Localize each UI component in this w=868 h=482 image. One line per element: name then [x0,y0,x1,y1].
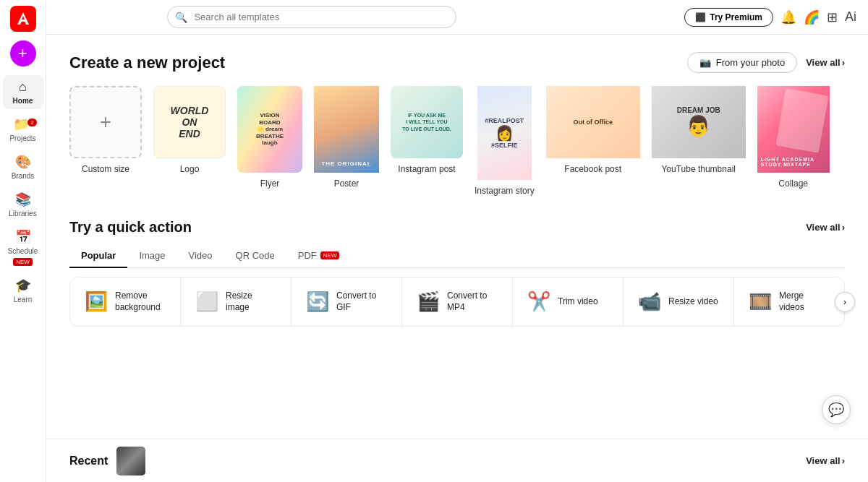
quick-action-view-all-link[interactable]: View all › [806,222,845,233]
logo-inner: WORLDONEND [171,105,209,139]
convert-mp4-label: Convert to MP4 [447,291,498,313]
quick-actions-row: 🖼️ Remove background ⬜ Resize image 🔄 Co… [69,277,845,327]
premium-icon: ⬛ [695,12,706,22]
quick-action-section: Try a quick action View all › Popular Im… [69,219,845,327]
quick-actions-next-button[interactable]: › [835,292,855,312]
sidebar-item-libraries[interactable]: 📚 Libraries [3,187,43,222]
instagram-story-thumb: #REALPOST👩#SELFIE [477,86,532,180]
quick-action-resize-image[interactable]: ⬜ Resize image [181,277,292,326]
nav-right: ⬛ Try Premium 🔔 🌈 ⊞ Ai [684,8,856,27]
tab-popular-label: Popular [81,250,116,261]
sidebar-item-schedule[interactable]: 📅 Schedule NEW [3,225,43,270]
template-item-facebook-post[interactable]: Out of Office Facebook post [546,86,640,196]
notifications-icon[interactable]: 🔔 [780,9,796,25]
grid-icon[interactable]: ⊞ [827,9,838,25]
facebook-post-label: Facebook post [564,164,621,174]
quick-action-convert-mp4[interactable]: 🎬 Convert to MP4 [402,277,513,326]
convert-mp4-icon: 🎬 [417,291,440,313]
sidebar-item-learn-label: Learn [14,296,33,304]
chat-button[interactable]: 💬 [822,395,851,424]
template-item-custom-size[interactable]: + Custom size [69,86,142,196]
topnav: 🔍 ⬛ Try Premium 🔔 🌈 ⊞ Ai [46,0,868,35]
pdf-new-badge: NEW [320,251,340,259]
adobe-icon[interactable]: Ai [845,9,856,25]
app-logo [10,6,36,32]
create-view-all-link[interactable]: View all › [806,57,845,68]
template-item-instagram-story[interactable]: #REALPOST👩#SELFIE Instagram story [475,86,535,196]
recent-chevron-icon: › [842,455,845,466]
sidebar-item-learn[interactable]: 🎓 Learn [3,273,43,308]
quick-action-chevron-icon: › [842,222,845,233]
section-actions: 📷 From your photo View all › [687,52,845,73]
try-premium-label: Try Premium [710,12,762,22]
profile-icon[interactable]: 🌈 [804,9,820,25]
collage-inner: LIGHT ACADEMIASTUDY MIXTAPE [757,86,830,173]
projects-icon: 📁2 [13,116,32,132]
sidebar-item-home-label: Home [13,97,33,105]
quick-action-convert-gif[interactable]: 🔄 Convert to GIF [292,277,402,326]
poster-inner: THE ORIGINAL [314,86,379,173]
tab-pdf[interactable]: PDF NEW [286,244,352,268]
tab-video[interactable]: Video [177,244,224,268]
template-item-instagram-post[interactable]: IF YOU ASK MEI WILL TELL YOUTO LIVE OUT … [391,86,463,196]
try-premium-button[interactable]: ⬛ Try Premium [684,8,773,27]
custom-size-thumb: + [69,86,142,158]
poster-thumb: THE ORIGINAL [314,86,379,173]
quick-action-title: Try a quick action [69,219,192,236]
tab-image[interactable]: Image [127,244,176,268]
from-photo-button[interactable]: 📷 From your photo [687,52,797,73]
recent-item-thumb[interactable] [116,447,145,475]
yt-inner: DREAM JOB👨 [652,86,746,158]
convert-gif-label: Convert to GIF [336,291,387,313]
schedule-icon: 📅 [15,229,31,245]
template-item-youtube[interactable]: DREAM JOB👨 YouTube thumbnail [652,86,746,196]
recent-thumb-image [116,447,145,475]
tab-qrcode[interactable]: QR Code [224,244,286,268]
sidebar-item-brands[interactable]: 🎨 Brands [3,150,43,184]
sidebar-item-projects-label: Projects [9,134,35,142]
merge-videos-icon: 🎞️ [749,291,772,313]
trim-video-label: Trim video [558,296,598,308]
quick-action-header: Try a quick action View all › [69,219,845,236]
chevron-right-icon: › [842,57,845,68]
template-item-logo[interactable]: WORLDONEND Logo [153,86,226,196]
search-bar-container: 🔍 [167,6,456,28]
ig-post-inner: IF YOU ASK MEI WILL TELL YOUTO LIVE OUT … [391,86,463,158]
quick-action-remove-bg[interactable]: 🖼️ Remove background [70,277,181,326]
instagram-post-thumb: IF YOU ASK MEI WILL TELL YOUTO LIVE OUT … [391,86,463,158]
sidebar-item-projects[interactable]: 📁2 Projects [3,112,43,147]
quick-action-merge-videos[interactable]: 🎞️ Merge videos [734,277,844,326]
template-item-collage[interactable]: LIGHT ACADEMIASTUDY MIXTAPE Collage [757,86,830,196]
sidebar: + ⌂ Home 📁2 Projects 🎨 Brands 📚 Librarie… [0,0,46,482]
quick-action-trim-video[interactable]: ✂️ Trim video [513,277,624,326]
flyer-text: VISIONBOARD🌟 dreamBREATHElaugh [256,112,284,147]
flyer-label: Flyer [260,178,280,189]
quick-action-resize-video[interactable]: 📹 Resize video [624,277,734,326]
photo-icon: 📷 [699,57,711,68]
sidebar-item-home[interactable]: ⌂ Home [3,75,43,109]
template-item-poster[interactable]: THE ORIGINAL Poster [314,86,379,196]
tab-popular[interactable]: Popular [69,244,127,268]
search-icon: 🔍 [175,12,187,23]
create-section-header: Create a new project 📷 From your photo V… [69,52,845,73]
tab-qrcode-label: QR Code [236,250,275,261]
poster-label: Poster [334,178,359,189]
recent-section: Recent View all › [46,439,868,482]
remove-bg-label: Remove background [115,291,166,313]
recent-view-all-link[interactable]: View all › [806,455,845,466]
search-input[interactable] [167,6,456,28]
resize-image-label: Resize image [226,291,276,313]
resize-video-label: Resize video [668,296,718,308]
collage-label: Collage [778,178,808,189]
custom-size-label: Custom size [82,164,129,174]
logo-label: Logo [180,164,200,174]
content-area: Create a new project 📷 From your photo V… [46,35,868,439]
youtube-thumb: DREAM JOB👨 [652,86,746,158]
sidebar-item-schedule-label: Schedule [8,247,38,255]
brands-icon: 🎨 [15,154,31,170]
recent-title: Recent [69,455,108,468]
instagram-story-label: Instagram story [475,186,535,196]
add-button[interactable]: + [10,40,36,66]
from-photo-label: From your photo [716,57,785,68]
template-item-flyer[interactable]: VISIONBOARD🌟 dreamBREATHElaugh Flyer [237,86,302,196]
